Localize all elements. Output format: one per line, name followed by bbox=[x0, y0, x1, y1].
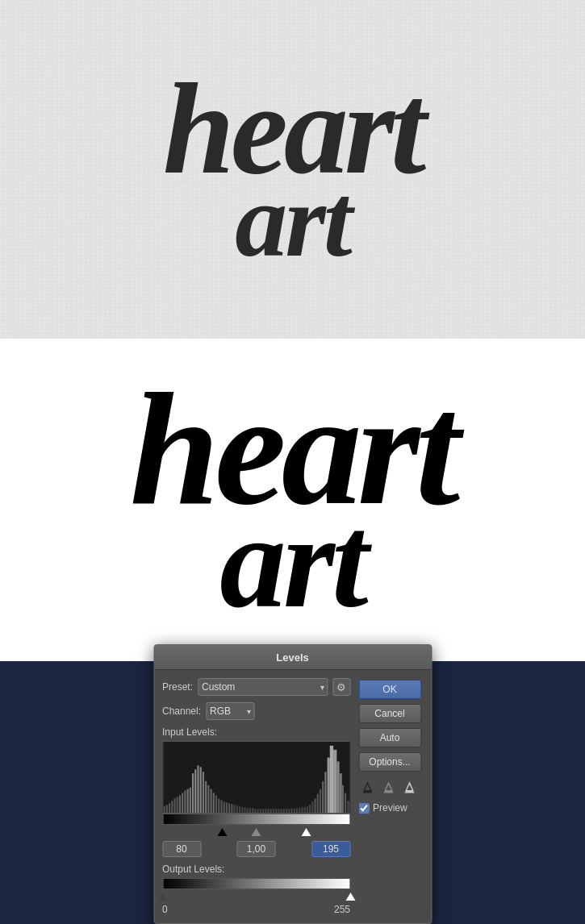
svg-rect-17 bbox=[205, 781, 207, 813]
svg-rect-28 bbox=[233, 805, 235, 813]
svg-rect-35 bbox=[252, 808, 253, 813]
output-white-value: 255 bbox=[334, 904, 350, 915]
svg-rect-6 bbox=[176, 797, 178, 813]
canvas-top: heart art bbox=[0, 0, 585, 339]
svg-rect-0 bbox=[163, 742, 349, 813]
preset-row: Preset: Custom Default ⚙ bbox=[162, 678, 350, 696]
svg-rect-55 bbox=[303, 807, 305, 813]
input-slider-track[interactable] bbox=[162, 814, 350, 825]
svg-rect-34 bbox=[249, 808, 250, 813]
svg-rect-42 bbox=[270, 809, 271, 813]
svg-rect-29 bbox=[236, 805, 237, 813]
canvas-bottom: heart art bbox=[0, 339, 585, 661]
svg-rect-30 bbox=[238, 806, 240, 813]
heart-art-bottom-text: heart art bbox=[130, 381, 455, 618]
svg-rect-45 bbox=[278, 809, 279, 813]
svg-rect-23 bbox=[220, 800, 222, 813]
svg-rect-9 bbox=[184, 791, 186, 813]
svg-rect-60 bbox=[316, 794, 318, 813]
svg-rect-14 bbox=[197, 765, 198, 813]
svg-rect-57 bbox=[309, 805, 311, 813]
input-values-row bbox=[162, 841, 350, 857]
output-values-row: 0 255 bbox=[162, 904, 350, 915]
black-point-marker[interactable] bbox=[218, 828, 228, 836]
white-eyedropper[interactable] bbox=[400, 778, 418, 796]
svg-rect-59 bbox=[314, 798, 315, 813]
channel-select-wrapper: RGB Red Green Blue bbox=[206, 702, 254, 720]
svg-rect-40 bbox=[265, 809, 266, 813]
auto-button[interactable]: Auto bbox=[358, 728, 421, 747]
channel-select[interactable]: RGB Red Green Blue bbox=[206, 702, 254, 720]
preview-checkbox[interactable] bbox=[358, 803, 369, 814]
svg-rect-52 bbox=[295, 808, 297, 813]
svg-rect-46 bbox=[280, 809, 282, 813]
svg-rect-12 bbox=[191, 773, 193, 813]
svg-rect-38 bbox=[259, 809, 261, 813]
svg-rect-26 bbox=[228, 803, 230, 813]
dialog-body: Preset: Custom Default ⚙ Channel: RGB Re… bbox=[154, 670, 431, 923]
gray-eyedropper[interactable] bbox=[379, 778, 397, 796]
svg-rect-25 bbox=[225, 802, 227, 813]
midtone-marker[interactable] bbox=[252, 828, 261, 836]
svg-rect-31 bbox=[241, 807, 243, 813]
output-black-value: 0 bbox=[162, 904, 168, 915]
cancel-button[interactable]: Cancel bbox=[358, 704, 421, 723]
svg-rect-15 bbox=[199, 767, 201, 813]
svg-rect-54 bbox=[301, 807, 303, 813]
svg-rect-48 bbox=[285, 809, 286, 813]
svg-rect-3 bbox=[168, 803, 169, 813]
svg-rect-33 bbox=[246, 808, 248, 813]
dialog-right-panel: OK Cancel Auto Options... bbox=[358, 678, 423, 915]
svg-rect-65 bbox=[329, 746, 332, 813]
options-button[interactable]: Options... bbox=[358, 752, 421, 772]
dialog-titlebar: Levels bbox=[154, 645, 431, 670]
output-slider-track[interactable] bbox=[162, 878, 350, 889]
svg-rect-63 bbox=[324, 772, 326, 813]
svg-rect-32 bbox=[244, 807, 245, 813]
preview-label: Preview bbox=[373, 802, 407, 814]
svg-rect-2 bbox=[165, 805, 167, 813]
svg-rect-71 bbox=[347, 801, 349, 813]
preset-select[interactable]: Custom Default bbox=[198, 678, 328, 696]
svg-rect-36 bbox=[254, 809, 256, 813]
svg-rect-62 bbox=[322, 781, 324, 813]
input-black-value[interactable] bbox=[162, 841, 201, 857]
dialog-title: Levels bbox=[276, 651, 308, 664]
channel-row: Channel: RGB Red Green Blue bbox=[162, 702, 350, 720]
preset-label: Preset: bbox=[162, 681, 193, 693]
svg-rect-61 bbox=[319, 789, 320, 813]
svg-rect-47 bbox=[282, 809, 284, 813]
gear-button[interactable]: ⚙ bbox=[332, 678, 350, 696]
svg-rect-22 bbox=[218, 798, 219, 813]
dialog-left-panel: Preset: Custom Default ⚙ Channel: RGB Re… bbox=[162, 678, 350, 915]
svg-rect-13 bbox=[194, 769, 196, 813]
levels-dialog: Levels Preset: Custom Default ⚙ Channel: bbox=[153, 644, 432, 924]
svg-rect-68 bbox=[339, 773, 341, 813]
heart-art-top-text: heart art bbox=[163, 74, 423, 265]
svg-rect-27 bbox=[231, 804, 232, 813]
svg-rect-53 bbox=[299, 808, 300, 813]
svg-rect-44 bbox=[275, 809, 277, 813]
input-mid-value[interactable] bbox=[237, 841, 276, 857]
svg-rect-19 bbox=[210, 789, 211, 813]
svg-rect-70 bbox=[345, 793, 346, 813]
svg-rect-39 bbox=[261, 809, 263, 813]
black-eyedropper[interactable] bbox=[358, 778, 376, 796]
input-white-value[interactable] bbox=[311, 841, 350, 857]
eyedropper-row bbox=[358, 778, 423, 796]
svg-rect-56 bbox=[306, 806, 307, 813]
svg-rect-24 bbox=[223, 801, 224, 813]
svg-rect-4 bbox=[171, 801, 173, 813]
output-white-marker[interactable] bbox=[345, 893, 355, 901]
svg-rect-37 bbox=[257, 809, 258, 813]
svg-rect-7 bbox=[178, 795, 180, 813]
svg-rect-21 bbox=[215, 795, 216, 813]
svg-rect-69 bbox=[341, 785, 343, 813]
output-black-marker[interactable] bbox=[157, 893, 167, 901]
ok-button[interactable]: OK bbox=[358, 680, 421, 699]
svg-rect-5 bbox=[173, 798, 175, 813]
svg-rect-43 bbox=[272, 809, 274, 813]
svg-rect-66 bbox=[333, 750, 336, 813]
white-point-marker[interactable] bbox=[301, 828, 311, 836]
preview-row: Preview bbox=[358, 802, 423, 814]
